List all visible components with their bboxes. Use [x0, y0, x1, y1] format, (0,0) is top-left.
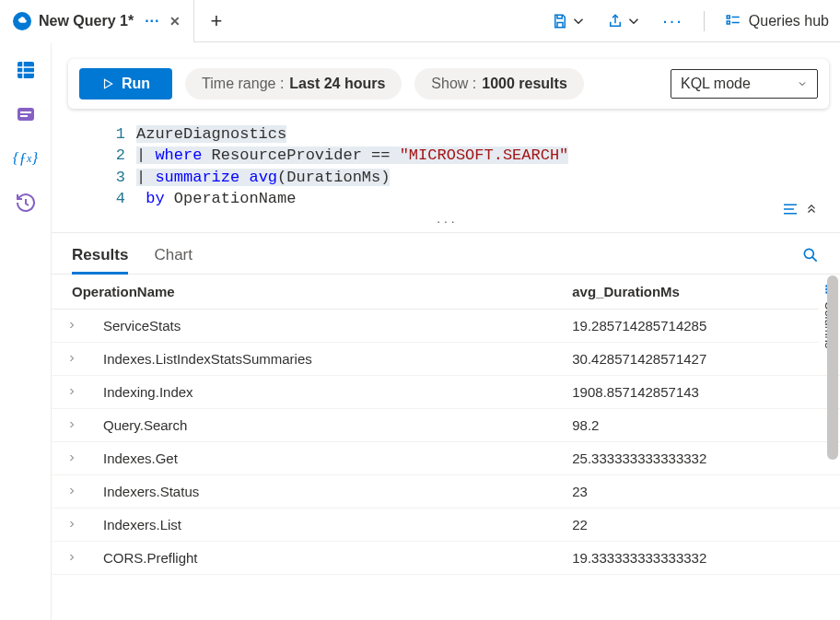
- side-rail: {ƒx}: [0, 42, 52, 620]
- grip-icon: · · ·: [437, 214, 454, 228]
- show-label: Show :: [431, 76, 476, 92]
- table-row[interactable]: CORS.Preflight19.333333333333332: [52, 541, 840, 574]
- expand-row-icon[interactable]: [52, 508, 92, 541]
- table-row[interactable]: Indexers.Status23: [52, 474, 840, 508]
- svg-rect-0: [727, 16, 729, 18]
- table-row[interactable]: Query.Search98.2: [52, 408, 840, 441]
- expand-row-icon[interactable]: [52, 342, 92, 375]
- svg-rect-2: [18, 62, 34, 78]
- cell-operation: Indexers.Status: [92, 474, 561, 508]
- table-row[interactable]: Indexers.List22: [52, 508, 840, 541]
- mode-select[interactable]: KQL mode: [671, 69, 818, 99]
- cell-avg: 19.333333333333332: [561, 541, 840, 574]
- cell-avg: 23: [561, 474, 840, 508]
- tab-close-icon[interactable]: ✕: [168, 14, 181, 29]
- cell-operation: Indexing.Index: [92, 375, 561, 408]
- cell-avg: 98.2: [561, 408, 840, 441]
- svg-point-6: [804, 250, 813, 259]
- expand-row-icon[interactable]: [52, 541, 92, 574]
- tab-more-icon[interactable]: ···: [141, 13, 159, 29]
- cell-avg: 25.333333333333332: [561, 441, 840, 474]
- query-tab[interactable]: New Query 1* ··· ✕: [0, 0, 194, 42]
- column-header-operation[interactable]: OperationName: [52, 275, 561, 310]
- cell-operation: CORS.Preflight: [92, 541, 561, 574]
- query-tab-title: New Query 1*: [39, 13, 134, 29]
- results-pane: Results Chart OperationName avg_Duration…: [52, 232, 840, 620]
- rail-functions-icon[interactable]: {ƒx}: [15, 147, 37, 170]
- time-range-value: Last 24 hours: [289, 76, 385, 92]
- rail-queries-icon[interactable]: [15, 103, 37, 125]
- line-number: 4: [112, 188, 136, 209]
- column-header-avg[interactable]: avg_DurationMs: [561, 275, 840, 310]
- code-editor[interactable]: 1 AzureDiagnostics 2 | where ResourcePro…: [112, 123, 840, 210]
- table-row[interactable]: Indexes.Get25.333333333333332: [52, 441, 840, 474]
- scrollbar-thumb[interactable]: [827, 275, 838, 460]
- mode-value: KQL mode: [681, 76, 751, 92]
- show-results-pill[interactable]: Show : 1000 results: [414, 68, 583, 99]
- cell-avg: 19.285714285714285: [561, 309, 840, 342]
- tab-chart[interactable]: Chart: [154, 240, 192, 274]
- rail-history-icon[interactable]: [15, 192, 37, 214]
- cell-operation: Indexes.Get: [92, 441, 561, 474]
- more-actions-button[interactable]: ···: [662, 10, 683, 31]
- expand-row-icon[interactable]: [52, 408, 92, 441]
- cell-avg: 30.428571428571427: [561, 342, 840, 375]
- separator: [704, 11, 705, 31]
- svg-rect-1: [727, 21, 729, 24]
- svg-rect-5: [20, 115, 28, 117]
- expand-row-icon[interactable]: [52, 375, 92, 408]
- tabs-area: New Query 1* ··· ✕ +: [0, 0, 239, 42]
- cell-operation: Query.Search: [92, 408, 561, 441]
- results-tab-bar: Results Chart: [52, 233, 840, 275]
- table-row[interactable]: ServiceStats19.285714285714285: [52, 309, 840, 342]
- expand-row-icon[interactable]: [52, 474, 92, 508]
- table-row[interactable]: Indexes.ListIndexStatsSummaries30.428571…: [52, 342, 840, 375]
- run-label: Run: [122, 76, 150, 92]
- rail-tables-icon[interactable]: [15, 59, 37, 81]
- svg-rect-3: [18, 108, 34, 121]
- save-button[interactable]: [552, 13, 587, 29]
- results-table: OperationName avg_DurationMs ServiceStat…: [52, 275, 840, 575]
- line-number: 3: [112, 167, 136, 188]
- run-button[interactable]: Run: [79, 68, 172, 99]
- pane-resize-grip[interactable]: · · ·: [52, 210, 840, 230]
- new-tab-button[interactable]: +: [194, 9, 239, 33]
- cell-operation: ServiceStats: [92, 309, 561, 342]
- table-row[interactable]: Indexing.Index1908.857142857143: [52, 375, 840, 408]
- format-collapse-icon[interactable]: [781, 203, 818, 216]
- top-bar: New Query 1* ··· ✕ + ··· Queries hub: [0, 0, 840, 42]
- time-range-label: Time range :: [202, 76, 284, 92]
- share-button[interactable]: [607, 13, 642, 29]
- topbar-actions: ··· Queries hub: [552, 10, 829, 31]
- queries-hub-label: Queries hub: [749, 13, 829, 29]
- tab-results[interactable]: Results: [72, 240, 128, 274]
- cell-avg: 1908.857142857143: [561, 375, 840, 408]
- vertical-scrollbar[interactable]: [827, 275, 838, 620]
- expand-row-icon[interactable]: [52, 441, 92, 474]
- line-number: 1: [112, 123, 136, 145]
- show-value: 1000 results: [482, 76, 567, 92]
- cell-operation: Indexes.ListIndexStatsSummaries: [92, 342, 561, 375]
- cell-avg: 22: [561, 508, 840, 541]
- search-results-icon[interactable]: [801, 246, 820, 267]
- cell-operation: Indexers.List: [92, 508, 561, 541]
- queries-hub-button[interactable]: Queries hub: [725, 13, 829, 29]
- expand-row-icon[interactable]: [52, 309, 92, 342]
- time-range-pill[interactable]: Time range : Last 24 hours: [185, 68, 402, 99]
- log-analytics-icon: [13, 12, 31, 30]
- query-toolbar: Run Time range : Last 24 hours Show : 10…: [68, 59, 829, 109]
- line-number: 2: [112, 145, 136, 166]
- svg-rect-4: [20, 111, 31, 113]
